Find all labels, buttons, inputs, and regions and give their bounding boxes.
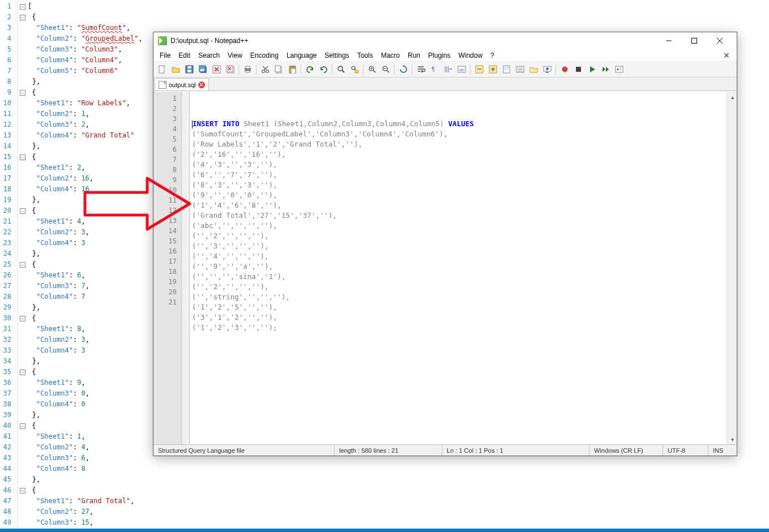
toolbar-redo-icon[interactable] — [317, 63, 330, 76]
svg-rect-0 — [691, 38, 697, 44]
toolbar-zoom-out-icon[interactable] — [379, 63, 392, 76]
toolbar-fast-icon[interactable] — [599, 63, 612, 76]
titlebar[interactable]: D:\output.sql - Notepad++ — [153, 32, 737, 49]
menubar-close-icon[interactable]: ✕ — [719, 51, 734, 60]
status-length: length : 580 lines : 21 — [335, 445, 442, 456]
menu-edit[interactable]: Edit — [174, 49, 194, 62]
app-icon — [158, 36, 167, 45]
toolbar-close-all-icon[interactable] — [224, 63, 236, 76]
menu-tools[interactable]: Tools — [353, 49, 377, 62]
scroll-up-icon[interactable]: ▴ — [727, 92, 737, 102]
close-button[interactable] — [707, 33, 732, 49]
toolbar-separator — [238, 65, 239, 75]
svg-rect-4 — [187, 66, 191, 68]
menu-[interactable]: ? — [486, 49, 498, 62]
menu-settings[interactable]: Settings — [321, 49, 353, 62]
tab-label: output.sql — [169, 81, 196, 88]
json-line-gutter: 1234567891011121314151617181920212223242… — [0, 0, 17, 532]
menu-run[interactable]: Run — [404, 49, 424, 62]
toolbar-replace-icon[interactable] — [348, 63, 361, 76]
toolbar-wrap-icon[interactable] — [415, 63, 427, 76]
menubar[interactable]: FileEditSearchViewEncodingLanguageSettin… — [153, 49, 737, 62]
toolbar-play-icon[interactable] — [586, 63, 598, 76]
toolbar-save-all-icon[interactable] — [196, 63, 209, 76]
svg-text:¶: ¶ — [432, 66, 435, 72]
toolbar-close-icon[interactable] — [210, 63, 223, 76]
toolbar-cut-icon[interactable] — [259, 63, 271, 76]
menu-macro[interactable]: Macro — [377, 49, 404, 62]
status-filetype: Structured Query Language file — [153, 445, 335, 456]
toolbar-record-icon[interactable] — [558, 63, 571, 76]
toolbar-sync-icon[interactable] — [397, 63, 409, 76]
tab-close-icon[interactable] — [198, 81, 205, 88]
fold-margin[interactable] — [182, 92, 190, 444]
tab-output-sql[interactable]: output.sql — [155, 78, 209, 91]
svg-rect-3 — [187, 70, 191, 72]
toolbar-indent-guide-icon[interactable] — [442, 63, 454, 76]
tabbar[interactable]: output.sql — [153, 78, 737, 91]
svg-rect-32 — [504, 67, 509, 68]
window-title: D:\output.sql - Notepad++ — [170, 37, 656, 45]
menu-search[interactable]: Search — [194, 49, 224, 62]
svg-rect-20 — [291, 68, 296, 74]
toolbar-find-icon[interactable] — [335, 63, 347, 76]
json-code-area[interactable]: −[− { "Sheet1": "SumofCount", "Column2":… — [17, 0, 153, 532]
menu-file[interactable]: File — [156, 49, 174, 62]
toolbar-zoom-in-icon[interactable] — [366, 63, 378, 76]
toolbar-doc-map-icon[interactable] — [500, 63, 512, 76]
toolbar-open-icon[interactable] — [169, 63, 182, 76]
svg-rect-12 — [246, 66, 250, 68]
minimize-button[interactable] — [656, 33, 681, 49]
toolbar-separator — [332, 65, 332, 75]
toolbar-separator — [363, 65, 364, 75]
menu-window[interactable]: Window — [454, 49, 486, 62]
menu-encoding[interactable]: Encoding — [246, 49, 283, 62]
svg-point-14 — [262, 70, 264, 73]
toolbar-separator — [412, 65, 412, 75]
svg-point-36 — [546, 67, 549, 70]
status-eol: Windows (CR LF) — [589, 445, 663, 456]
svg-point-21 — [338, 66, 343, 71]
svg-rect-7 — [200, 69, 204, 71]
maximize-button[interactable] — [681, 33, 707, 49]
vertical-scrollbar[interactable]: ▴ ▾ — [727, 92, 737, 444]
statusbar: Structured Query Language file length : … — [153, 444, 737, 456]
svg-rect-13 — [246, 71, 250, 72]
scroll-down-icon[interactable]: ▾ — [727, 434, 737, 444]
toolbar-copy-icon[interactable] — [272, 63, 285, 76]
tab-file-icon — [159, 81, 166, 89]
sql-code-area[interactable]: INSERT INTO Sheet1 (Sheet1,Column2,Colum… — [190, 92, 727, 444]
sql-line-gutter: 123456789101112131415161718192021 — [153, 92, 182, 444]
taskbar-strip — [0, 529, 769, 532]
toolbar-unfold-icon[interactable] — [486, 63, 499, 76]
toolbar-monitor-icon[interactable] — [541, 63, 553, 76]
editor-area: 123456789101112131415161718192021 INSERT… — [153, 92, 737, 444]
svg-point-15 — [266, 70, 268, 73]
toolbar-fold-icon[interactable] — [473, 63, 485, 76]
toolbar[interactable]: ¶ab — [153, 62, 737, 78]
toolbar-stop-icon[interactable] — [572, 63, 584, 76]
toolbar-undo-icon[interactable] — [304, 63, 316, 76]
toolbar-func-list-icon[interactable] — [514, 63, 526, 76]
toolbar-print-icon[interactable] — [241, 63, 254, 76]
svg-point-38 — [562, 67, 567, 72]
json-editor: 1234567891011121314151617181920212223242… — [0, 0, 153, 532]
toolbar-run-dialog-icon[interactable] — [613, 63, 625, 76]
toolbar-separator — [470, 65, 471, 75]
toolbar-lang-icon[interactable]: ab — [455, 63, 468, 76]
toolbar-save-icon[interactable] — [183, 63, 195, 76]
menu-plugins[interactable]: Plugins — [424, 49, 454, 62]
svg-rect-23 — [355, 70, 358, 73]
svg-rect-33 — [504, 68, 509, 70]
menu-view[interactable]: View — [224, 49, 246, 62]
toolbar-paste-icon[interactable] — [286, 63, 298, 76]
status-position: Ln : 1 Col : 1 Pos : 1 — [442, 445, 589, 456]
menu-language[interactable]: Language — [283, 49, 321, 62]
toolbar-show-all-icon[interactable]: ¶ — [428, 63, 441, 76]
svg-rect-19 — [290, 66, 294, 67]
toolbar-folder-icon[interactable] — [527, 63, 540, 76]
svg-rect-17 — [275, 66, 280, 72]
toolbar-new-icon[interactable] — [156, 63, 168, 76]
svg-text:ab: ab — [459, 67, 464, 72]
toolbar-separator — [556, 65, 556, 75]
